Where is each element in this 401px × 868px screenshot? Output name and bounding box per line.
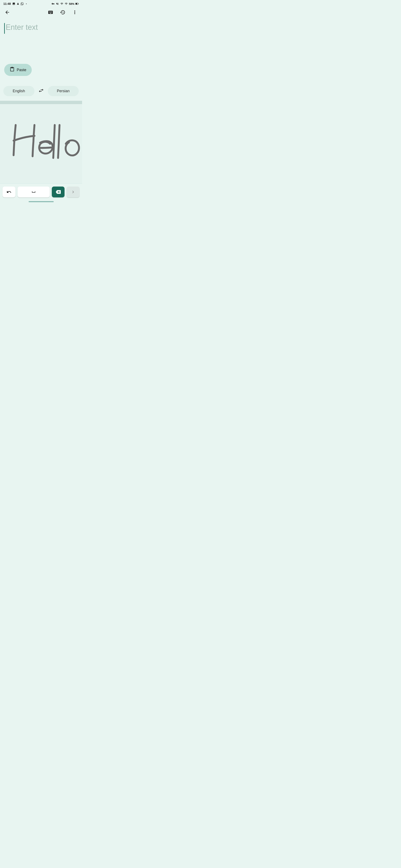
more-options-button[interactable] xyxy=(71,8,79,16)
text-cursor xyxy=(4,23,5,34)
text-cursor-line: Enter text xyxy=(4,23,78,34)
text-placeholder: Enter text xyxy=(6,23,38,32)
paste-button[interactable]: Paste xyxy=(4,64,32,76)
status-icons: • xyxy=(12,2,28,5)
toolbar-left xyxy=(3,8,11,16)
battery-icon xyxy=(76,2,79,5)
top-toolbar xyxy=(0,7,82,19)
target-language-button[interactable]: Persian xyxy=(48,86,79,96)
signal-icon xyxy=(64,2,68,5)
target-language-label: Persian xyxy=(57,89,69,93)
mute-icon xyxy=(56,2,59,5)
keyboard-bar xyxy=(0,183,82,199)
key-icon xyxy=(51,2,55,5)
delete-button[interactable] xyxy=(52,187,65,197)
back-button[interactable] xyxy=(3,8,11,16)
history-button[interactable] xyxy=(59,8,67,16)
paste-label: Paste xyxy=(17,68,26,72)
time-display: 11:48 xyxy=(3,2,11,5)
paste-icon xyxy=(9,67,15,73)
image-notification-icon xyxy=(12,2,16,5)
svg-rect-2 xyxy=(78,3,79,4)
dot-notification: • xyxy=(25,2,28,5)
swap-languages-button[interactable] xyxy=(34,88,48,95)
keyboard-button[interactable] xyxy=(47,8,55,16)
source-language-button[interactable]: English xyxy=(3,86,34,96)
source-language-label: English xyxy=(13,89,25,93)
svg-rect-1 xyxy=(76,3,77,4)
undo-button[interactable] xyxy=(2,187,16,197)
navigation-icon xyxy=(16,2,20,5)
handwriting-canvas[interactable] xyxy=(0,104,82,183)
status-bar: 11:48 • xyxy=(0,0,82,7)
status-right-icons: 58% xyxy=(51,2,79,5)
text-input-area[interactable]: Enter text xyxy=(0,19,82,61)
space-button[interactable] xyxy=(18,187,50,197)
language-selector: English Persian xyxy=(0,82,82,101)
battery-level: 58% xyxy=(69,2,74,5)
whatsapp-icon xyxy=(21,2,24,5)
handwriting-area[interactable] xyxy=(0,104,82,183)
toolbar-right xyxy=(47,8,79,16)
home-indicator xyxy=(0,199,82,204)
paste-area: Paste xyxy=(0,61,82,82)
home-bar xyxy=(29,201,54,202)
section-divider xyxy=(0,101,82,104)
next-button[interactable] xyxy=(67,187,80,197)
wifi-icon xyxy=(60,2,63,5)
status-time: 11:48 • xyxy=(3,2,28,5)
